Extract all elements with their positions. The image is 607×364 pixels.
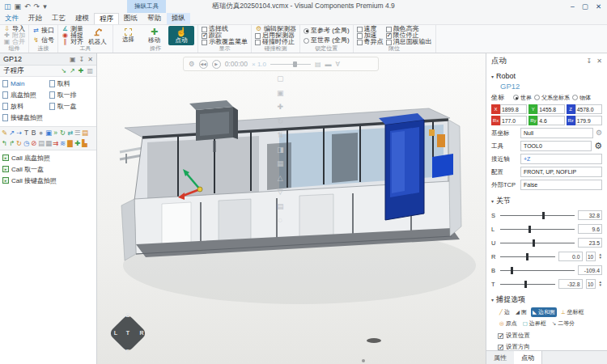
base-gear-icon[interactable]: ⚙ — [596, 129, 602, 137]
viewport-tool-icon[interactable]: △ — [277, 174, 284, 182]
subroutine-item[interactable]: 取一盘 — [49, 101, 95, 112]
rx-input[interactable]: 177.0 — [500, 116, 527, 125]
joint-b-value[interactable]: -109.4 — [578, 265, 602, 275]
statement-icon[interactable]: ✎ — [2, 129, 7, 137]
sim-settings-icon[interactable]: ⚙ — [189, 60, 195, 68]
subroutine-item[interactable]: 取料 — [49, 78, 95, 89]
coord-mode-parent[interactable]: 父系坐标系 — [534, 94, 570, 102]
nav-front-label[interactable]: F — [124, 349, 132, 354]
tab-help[interactable]: 帮助 — [142, 13, 166, 24]
pin-icon[interactable]: ↧ — [79, 56, 85, 63]
tool-gear-icon[interactable]: ⚙ — [594, 142, 602, 150]
robot-section-header[interactable]: ▾ Robot — [491, 72, 602, 80]
joint-r-step[interactable]: 10 — [586, 252, 596, 261]
base-frame-dropdown[interactable]: Null — [520, 128, 593, 138]
subroutine-expand-icon[interactable]: ↗ — [70, 67, 75, 74]
approach-axis-dropdown[interactable]: +Z — [520, 154, 602, 164]
viewport-tool-icon[interactable]: ▢ — [277, 74, 284, 83]
undo-icon[interactable]: ↶ — [24, 3, 31, 11]
statement-icon[interactable]: ▦ — [45, 140, 51, 147]
select-button[interactable]: 选择 — [117, 26, 140, 45]
joint-s-value[interactable]: 32.8 — [578, 210, 602, 220]
viewport-tool-icon[interactable]: ⇅ — [277, 131, 284, 139]
joint-r-spinner[interactable]: ▲▼ — [599, 253, 602, 260]
joint-r-slider[interactable] — [500, 256, 555, 257]
lock-to-world-radio[interactable]: 至世界 (全局) — [304, 37, 350, 44]
viewport-tool-icon[interactable]: ↻ — [277, 117, 284, 125]
pin-icon[interactable]: ↧ — [587, 57, 592, 65]
interface-button[interactable]: ⇄ 接口 — [32, 28, 54, 34]
snap-origin-chip[interactable]: ◎原点 — [498, 319, 519, 328]
x-input[interactable]: 1899.8 — [500, 104, 527, 114]
joint-r-value[interactable]: 0.0 — [558, 252, 583, 261]
move-button[interactable]: ✚ 移动 — [142, 26, 166, 45]
statement-icon[interactable]: ⇉ — [53, 140, 58, 147]
panel-close-icon[interactable]: ✕ — [596, 57, 602, 65]
copy-subroutine-icon[interactable]: ▥ — [87, 67, 93, 74]
snap-options-section-header[interactable]: ▾ 捕捉选项 — [491, 294, 602, 305]
statement-icon[interactable]: ▤ — [38, 140, 44, 147]
statement-icon[interactable]: ↻ — [60, 129, 66, 137]
sim-speed-slider[interactable] — [270, 64, 311, 65]
tool-dropdown[interactable]: TOOL0 — [520, 141, 592, 151]
add-subroutine-icon[interactable]: ✚ — [79, 67, 84, 74]
tab-properties[interactable]: 属性 — [486, 351, 514, 364]
subroutine-collapse-icon[interactable]: ↘ — [61, 67, 66, 74]
statement-icon[interactable]: ↱ — [9, 140, 15, 147]
tab-program[interactable]: 程序 — [94, 13, 119, 24]
statement-icon[interactable]: ◷ — [23, 140, 29, 147]
sim-play-button[interactable]: ▶ — [212, 60, 221, 69]
y-input[interactable]: 1455.8 — [537, 104, 564, 114]
jog-button[interactable]: ☝ 点动 — [168, 26, 194, 45]
sim-rewind-button[interactable]: ◀◀ — [199, 60, 208, 69]
minimize-icon[interactable]: – — [571, 2, 575, 11]
maximize-icon[interactable]: ▢ — [582, 2, 588, 11]
viewport-tool-icon[interactable]: ✚ — [277, 103, 284, 111]
snap-face-chip[interactable]: ◢面 — [514, 307, 528, 317]
call-statement[interactable]: ▸Call 接键盘拍照 — [2, 176, 94, 185]
close-icon[interactable]: ✕ — [596, 2, 601, 11]
z-input[interactable]: 4578.0 — [575, 104, 602, 114]
tab-home[interactable]: 开始 — [23, 13, 47, 24]
set-orientation-checkbox[interactable]: 设置方向 — [498, 343, 602, 350]
statement-icon[interactable]: B — [31, 129, 36, 137]
limits-message-output-checkbox[interactable]: 消息面板输出 — [386, 39, 432, 45]
nav-right-label[interactable]: R — [138, 330, 146, 336]
joint-t-step[interactable]: 10 — [586, 279, 596, 289]
show-teach-overlay-checkbox[interactable]: 示教覆盖菜单 — [202, 39, 248, 45]
statement-icon[interactable]: ⊘ — [31, 140, 36, 147]
statement-icon[interactable]: ▣ — [45, 129, 51, 137]
subroutine-item[interactable]: 底盘拍照 — [2, 90, 48, 100]
joint-u-slider[interactable] — [500, 243, 575, 243]
robot-button[interactable]: 机器人 — [86, 26, 109, 45]
rz-input[interactable]: 179.9 — [575, 116, 602, 125]
3d-viewport[interactable]: ⚙ ◀◀ ▶ 0:00:00 × 1.0 ▤ ▬ ∀ ▢ ▣ ✚ ↻ ⇅ ◨ ▦… — [97, 53, 486, 364]
vc-logo-icon[interactable]: ∀ — [336, 61, 340, 68]
tab-modeling[interactable]: 建模 — [70, 13, 94, 24]
statement-icon[interactable]: ⇢ — [16, 129, 22, 137]
redo-icon[interactable]: ↷ — [34, 3, 40, 11]
save-icon[interactable]: ▣ — [15, 3, 22, 11]
tab-process[interactable]: 工艺 — [47, 13, 70, 24]
ry-input[interactable]: 4.6 — [537, 116, 564, 125]
configuration-dropdown[interactable]: FRONT, UP, NOFLIP — [520, 167, 602, 177]
viewport-tool-icon[interactable]: ▣ — [277, 89, 284, 97]
call-statement[interactable]: ▸Call 底盘拍照 — [2, 153, 94, 163]
viewport-tool-icon[interactable]: ▽ — [277, 188, 284, 196]
statement-icon[interactable]: ≋ — [60, 140, 66, 147]
panel-close-icon[interactable]: ✕ — [87, 56, 93, 63]
subroutine-item[interactable]: 接键盘拍照 — [2, 112, 48, 123]
joint-b-slider[interactable] — [500, 270, 575, 271]
statement-icon[interactable]: ▙ — [82, 140, 87, 147]
snap-edge-and-face-chip[interactable]: ◣边和面 — [531, 307, 557, 317]
statement-icon[interactable]: ↗ — [9, 129, 15, 137]
snap-bounding-box-chip[interactable]: ▢边界框 — [521, 319, 548, 328]
lock-to-reference-radio[interactable]: 至参考 (全局) — [304, 28, 350, 34]
external-tcp-dropdown[interactable]: False — [520, 180, 602, 190]
signal-button[interactable]: ↯ 信号 — [32, 37, 54, 44]
stop-on-collision-checkbox[interactable]: 碰撞时停止 — [255, 39, 296, 45]
statement-icon[interactable]: T — [23, 129, 29, 137]
nav-left-label[interactable]: L — [112, 330, 120, 336]
statement-icon[interactable]: ☰ — [74, 129, 80, 137]
subroutine-item[interactable]: 放料 — [2, 101, 48, 112]
